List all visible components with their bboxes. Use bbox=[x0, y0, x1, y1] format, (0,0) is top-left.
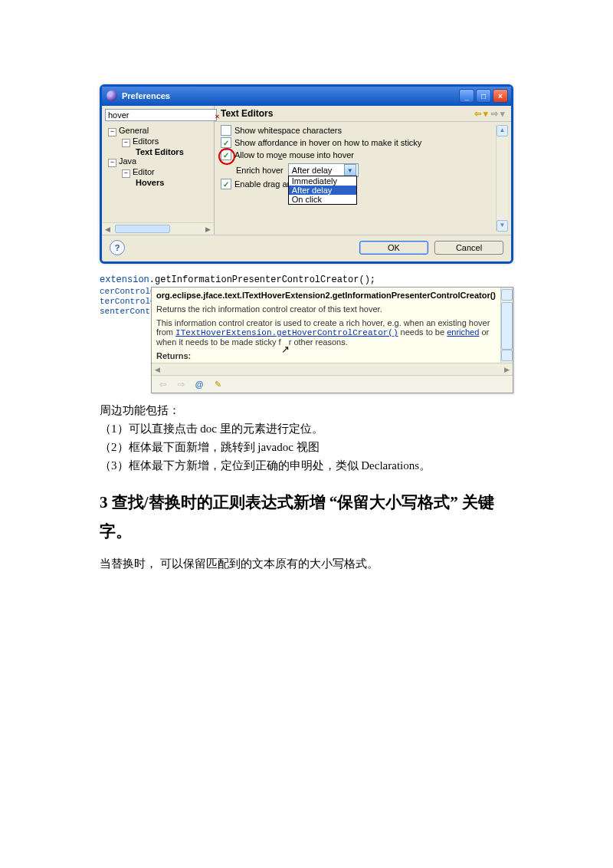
dropdown-option[interactable]: After delay bbox=[289, 186, 356, 195]
heading-3: 3 查找/替换时的正则表达式新增 “保留大小写格式” 关键字。 bbox=[100, 488, 513, 547]
javadoc-toolbar: ⇦ ⇨ @ ✎ bbox=[152, 375, 513, 393]
enrich-hover-options: Immediately After delay On click bbox=[288, 176, 357, 205]
scroll-left-icon[interactable]: ◀ bbox=[152, 366, 163, 373]
dropdown-arrow-icon[interactable]: ▼ bbox=[344, 164, 356, 176]
label-enrich-hover: Enrich hover bbox=[236, 166, 284, 175]
tree-item-java[interactable]: Java bbox=[119, 156, 136, 166]
scroll-right-icon[interactable]: ▶ bbox=[202, 225, 214, 233]
javadoc-signature: org.eclipse.jface.text.ITextHoverExtensi… bbox=[156, 291, 496, 300]
maximize-button[interactable]: □ bbox=[476, 89, 491, 103]
nav-forward-icon[interactable]: ⇨ ▾ bbox=[491, 109, 505, 119]
tree-item-hovers[interactable]: Hovers bbox=[136, 178, 211, 187]
jd-forward-icon[interactable]: ⇨ bbox=[175, 378, 187, 390]
javadoc-body: This information control creator is used… bbox=[156, 318, 496, 347]
body-text: 周边功能包括： （1）可以直接点击 doc 里的元素进行定位。 （2）框体最下面… bbox=[100, 401, 513, 475]
collapse-icon[interactable]: − bbox=[108, 159, 116, 167]
option-allow-mouse: Allow to move mouse into hover bbox=[234, 150, 354, 159]
jd-back-icon[interactable]: ⇦ bbox=[156, 378, 169, 390]
scroll-right-icon[interactable]: ▶ bbox=[501, 366, 513, 373]
javadoc-link[interactable]: ITextHoverExtension.getHoverControlCreat… bbox=[175, 328, 398, 337]
option-show-whitespace: Show whitespace characters bbox=[234, 126, 342, 135]
eclipse-icon bbox=[107, 90, 117, 101]
collapse-icon[interactable]: − bbox=[122, 169, 130, 178]
preferences-dialog: Preferences _ □ × −General −Editors Text… bbox=[100, 84, 513, 264]
enrich-hover-value: After delay bbox=[290, 165, 344, 176]
scroll-thumb[interactable] bbox=[501, 302, 513, 350]
checkbox[interactable] bbox=[221, 137, 231, 148]
dropdown-option[interactable]: Immediately bbox=[289, 176, 356, 186]
help-icon[interactable]: ? bbox=[110, 240, 125, 255]
scroll-down-icon[interactable] bbox=[501, 350, 513, 361]
scroll-down-icon[interactable]: ▼ bbox=[497, 220, 508, 232]
filter-tree-panel: −General −Editors Text Editors −Java −Ed… bbox=[102, 106, 215, 235]
scroll-thumb[interactable] bbox=[115, 225, 170, 233]
javadoc-hover: org.eclipse.jface.text.ITextHoverExtensi… bbox=[151, 287, 513, 393]
jd-open-declaration-icon[interactable]: ✎ bbox=[211, 378, 224, 390]
tree-item-text-editors[interactable]: Text Editors bbox=[136, 147, 211, 156]
tree-item-editors[interactable]: Editors bbox=[133, 136, 159, 146]
code-line: extension.getInformationPresenterControl… bbox=[100, 275, 513, 285]
nav-back-icon[interactable]: ⇦ ▾ bbox=[474, 109, 488, 119]
javadoc-hscrollbar[interactable]: ◀ ▶ bbox=[152, 363, 513, 375]
option-show-affordance: Show affordance in hover on how to make … bbox=[234, 138, 421, 147]
body-text: 当替换时， 可以保留匹配到的文本原有的大小写格式。 bbox=[100, 554, 513, 573]
page-title: Text Editors bbox=[221, 108, 273, 119]
javadoc-scrollbar[interactable] bbox=[500, 288, 513, 363]
jd-show-javadoc-icon[interactable]: @ bbox=[193, 378, 205, 390]
close-button[interactable]: × bbox=[493, 89, 508, 103]
javadoc-returns-label: Returns: bbox=[156, 351, 496, 360]
minimize-button[interactable]: _ bbox=[459, 89, 474, 103]
title-bar[interactable]: Preferences _ □ × bbox=[102, 87, 511, 106]
checkbox-highlighted[interactable] bbox=[221, 150, 231, 160]
background-code: cerControlC terControlC senterContr bbox=[100, 287, 151, 317]
dropdown-option[interactable]: On click bbox=[289, 195, 356, 204]
scroll-up-icon[interactable]: ▲ bbox=[497, 125, 508, 136]
scroll-up-icon[interactable] bbox=[501, 289, 513, 301]
window-title: Preferences bbox=[122, 91, 170, 100]
ok-button[interactable]: OK bbox=[359, 241, 428, 255]
cancel-button[interactable]: Cancel bbox=[434, 241, 503, 255]
filter-input[interactable] bbox=[105, 109, 217, 121]
collapse-icon[interactable]: − bbox=[122, 139, 130, 147]
javadoc-summary: Returns the rich information control cre… bbox=[156, 304, 496, 314]
options-scrollbar[interactable]: ▲ ▼ bbox=[496, 125, 508, 232]
tree-item-editor[interactable]: Editor bbox=[133, 167, 155, 176]
scroll-left-icon[interactable]: ◀ bbox=[102, 225, 113, 233]
collapse-icon[interactable]: − bbox=[108, 128, 116, 136]
checkbox[interactable] bbox=[221, 179, 231, 189]
preferences-tree[interactable]: −General −Editors Text Editors −Java −Ed… bbox=[102, 124, 214, 222]
javadoc-link[interactable]: enriched bbox=[447, 327, 479, 337]
checkbox[interactable] bbox=[221, 125, 231, 136]
tree-scrollbar[interactable]: ◀ ▶ bbox=[102, 222, 214, 235]
tree-item-general[interactable]: General bbox=[119, 126, 149, 135]
